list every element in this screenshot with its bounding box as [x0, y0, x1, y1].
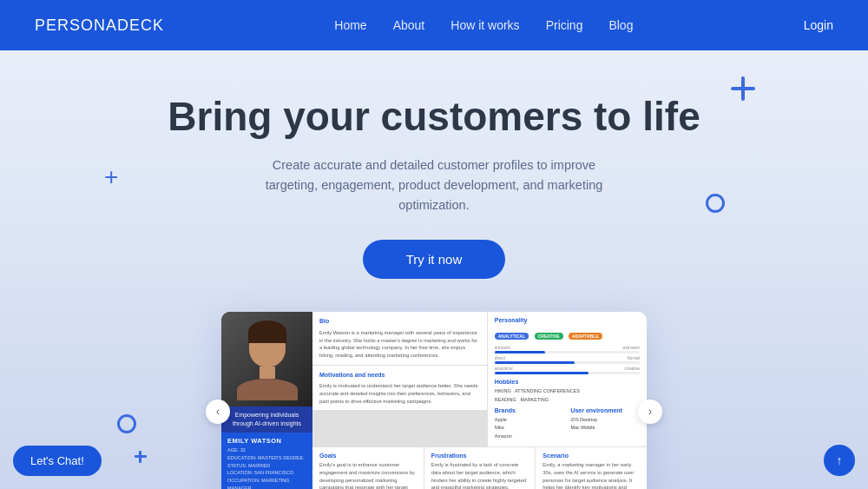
persona-card: Empowering individuals through AI-driven… [221, 312, 647, 489]
bio-title: Bio [319, 317, 480, 327]
hero-title: Bring your customers to life [168, 94, 700, 140]
goals-title: Goals [319, 453, 417, 459]
chat-button[interactable]: Let's Chat! [13, 446, 102, 476]
bio-text: Emily Watson is a marketing manager with… [319, 329, 480, 360]
nav-home[interactable]: Home [334, 18, 366, 32]
card-frustrations-panel: Frustrations Emily is frustrated by a la… [424, 447, 536, 489]
card-photo-panel: Empowering individuals through AI-driven… [221, 312, 312, 489]
card-bottom-row: Goals Emily's goal is to enhance custome… [312, 447, 647, 489]
deco-plus-icon: + [104, 163, 118, 191]
deco-circle-icon-1 [706, 194, 725, 213]
tag-creative: CREATIVE [535, 333, 563, 340]
card-tagline: Empowering individuals through AI-driven… [221, 406, 312, 433]
navbar: PERSONADECK Home About How it works Pric… [0, 0, 868, 50]
card-motivations-panel: Motivations and needs Emily is motivated… [312, 366, 487, 411]
scenario-text: Emily, a marketing manager in her early … [542, 461, 640, 489]
card-top-row: Bio Emily Watson is a marketing manager … [312, 312, 647, 446]
card-goals-panel: Goals Emily's goal is to enhance custome… [312, 447, 424, 489]
user-env-section: User environment iOS Desktop Mac Mobile [570, 407, 640, 440]
card-bio-panel: Bio Emily Watson is a marketing manager … [312, 312, 487, 364]
user-env-list: iOS Desktop Mac Mobile [570, 416, 640, 433]
card-person-name: EMILY WATSON [227, 437, 306, 445]
deco-circle-icon-2 [117, 414, 136, 433]
scroll-top-button[interactable]: ↑ [824, 445, 855, 476]
hero-subtitle: Create accurate and detailed customer pr… [247, 155, 621, 216]
frustrations-text: Emily is frustrated by a lack of concret… [431, 461, 529, 489]
goals-text: Emily's goal is to enhance customer enga… [319, 461, 417, 489]
carousel-prev-button[interactable]: ‹ [206, 400, 230, 424]
hobbies-title: Hobbies [495, 379, 640, 385]
trait-analytical: analyticalcreative [495, 366, 640, 374]
carousel-next-button[interactable]: › [638, 400, 662, 424]
hobbies-list: HIKING ATTENDING CONFERENCES READING MAR… [495, 387, 640, 404]
hero-section: + Bring your customers to life Create ac… [0, 50, 868, 489]
persona-card-preview: ‹ › Empowering individuals through AI-dr… [221, 312, 647, 489]
personality-tags: ANALYTICAL CREATIVE ADAPTABLE [495, 326, 640, 341]
tag-analytical: ANALYTICAL [495, 333, 529, 340]
logo: PERSONADECK [35, 17, 164, 35]
trait-direct: directformal [495, 355, 640, 364]
frustrations-title: Frustrations [431, 453, 529, 459]
brands-title: Brands [495, 407, 564, 413]
card-personality-panel: Personality ANALYTICAL CREATIVE ADAPTABL… [488, 312, 647, 446]
personality-title: Personality [495, 317, 640, 323]
hobbies-section: Hobbies HIKING ATTENDING CONFERENCES REA… [495, 379, 640, 404]
user-env-title: User environment [570, 407, 640, 413]
nav-pricing[interactable]: Pricing [546, 18, 583, 32]
motiv-title: Motivations and needs [319, 371, 480, 380]
brands-userenv-row: Brands Apple Nike Amazon User environmen… [495, 407, 640, 440]
card-photo [221, 312, 312, 406]
nav-blog[interactable]: Blog [608, 18, 633, 32]
nav-login[interactable]: Login [804, 18, 833, 32]
logo-bold: PERSONA [35, 17, 117, 34]
logo-light: DECK [117, 17, 164, 34]
brands-section: Brands Apple Nike Amazon [495, 407, 564, 440]
nav-about[interactable]: About [393, 18, 425, 32]
motiv-text: Emily is motivated to understand her tar… [319, 382, 480, 405]
card-name-section: EMILY WATSON AGE: 32 EDUCATION: MASTER'S… [221, 433, 312, 489]
brands-list: Apple Nike Amazon [495, 416, 564, 440]
nav-links: Home About How it works Pricing Blog [334, 17, 633, 33]
nav-how-it-works[interactable]: How it works [450, 18, 519, 32]
scroll-top-icon: ↑ [837, 453, 843, 467]
card-content: Bio Emily Watson is a marketing manager … [312, 312, 647, 489]
tag-adaptable: ADAPTABLE [569, 333, 602, 340]
try-it-now-button[interactable]: Try it now [363, 240, 505, 279]
card-top-left: Bio Emily Watson is a marketing manager … [312, 312, 487, 446]
card-scenario-panel: Scenario Emily, a marketing manager in h… [536, 447, 647, 489]
trait-introvert: introvertextrovert [495, 345, 640, 354]
scenario-title: Scenario [542, 453, 640, 459]
deco-cross-icon [731, 76, 755, 101]
card-person-details: AGE: 32 EDUCATION: MASTER'S DEGREE STATU… [227, 446, 306, 489]
